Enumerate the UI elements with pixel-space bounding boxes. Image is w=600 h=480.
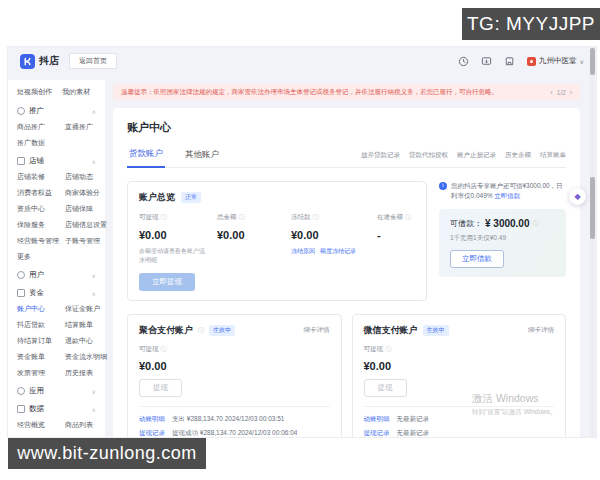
account-tabs: 货款账户 其他账户 放弃贷款记录 贷款代扣授权 账户止损记录 历史余额 结算账单 xyxy=(127,148,566,168)
sidebar-item[interactable]: 历史报表 xyxy=(65,368,107,378)
sidebar-item[interactable]: 保险服务 xyxy=(17,220,61,230)
card-detail-link[interactable]: 绑卡详情 xyxy=(304,326,330,335)
sidebar-item[interactable]: 店铺保障 xyxy=(65,204,107,214)
info-icon[interactable]: ⓘ xyxy=(161,345,167,354)
sidebar-item[interactable]: 退款中心 xyxy=(65,336,107,346)
freeze-reason-link[interactable]: 冻结原因 xyxy=(291,247,315,265)
sidebar-item[interactable]: 商品排行 xyxy=(65,436,96,437)
vertical-scrollbar-thumb-top[interactable] xyxy=(590,48,595,75)
info-icon[interactable]: ⓘ xyxy=(313,213,319,222)
info-icon[interactable]: ⓘ xyxy=(161,213,167,222)
card-detail-link[interactable]: 绑卡详情 xyxy=(528,326,554,335)
shop-name: 九州中医堂 xyxy=(539,56,577,66)
withdraw-record-link[interactable]: 提现记录 xyxy=(139,428,165,437)
sidebar-item[interactable]: 资金流水明细 xyxy=(65,352,107,362)
download-app-icon[interactable] xyxy=(481,56,492,67)
shop-icon[interactable] xyxy=(504,56,515,67)
info-icon[interactable]: ⓘ xyxy=(198,326,204,335)
borrow-now-button[interactable]: 立即借款 xyxy=(450,250,504,268)
withdraw-button[interactable]: 提现 xyxy=(364,379,407,397)
sidebar-item[interactable]: 结算账单 xyxy=(65,320,107,330)
tab-other-accounts[interactable]: 其他账户 xyxy=(183,149,221,167)
withdraw-button[interactable]: 提现 xyxy=(139,379,182,397)
sidebar-item[interactable]: 抖店贷款 xyxy=(17,320,61,330)
aggregate-payment-card: 聚合支付账户 ⓘ 生效中 绑卡详情 可提现ⓘ ¥0.00 提现 动账明细支出 ¥… xyxy=(127,314,342,437)
app-logo-text: 抖店 xyxy=(39,54,59,68)
sidebar-item[interactable]: 经营概览 xyxy=(17,420,61,430)
account-overview-card: 账户总览 正常 可提现ⓘ ¥0.00 总金额ⓘ ¥0.00 冻 xyxy=(127,181,427,301)
total-amount: ¥0.00 xyxy=(217,229,291,241)
info-icon[interactable]: ⓘ xyxy=(239,213,245,222)
sidebar-item[interactable]: 子账号管理 xyxy=(65,236,107,246)
notice-next-arrow[interactable]: › xyxy=(570,89,572,96)
sidebar-item[interactable]: 商品列表 xyxy=(65,420,96,430)
sidebar-item[interactable]: 商品概览 xyxy=(17,436,61,437)
sidebar-item[interactable]: 资质中心 xyxy=(17,204,61,214)
back-home-button[interactable]: 返回首页 xyxy=(69,53,117,69)
sidebar-item[interactable]: 经营账号管理 xyxy=(17,236,61,246)
tab-payment-account[interactable]: 货款账户 xyxy=(127,148,165,168)
chevron-up-icon: ∧ xyxy=(92,406,96,413)
sidebar-item[interactable]: 待结算订单 xyxy=(17,336,61,346)
sidebar-item-my-materials[interactable]: 我的素材 xyxy=(62,87,90,97)
app-logo[interactable]: 抖店 xyxy=(20,54,59,69)
sidebar-item-account-center[interactable]: 账户中心 xyxy=(17,304,61,314)
main-content: 温馨提示：依照国家法律法规的规定，商家需依法办理市场主体登记或税务登记，并依法履… xyxy=(105,75,596,437)
info-icon[interactable]: ⓘ xyxy=(385,345,391,354)
sidebar-item[interactable]: 店铺动态 xyxy=(65,172,107,182)
page-title: 账户中心 xyxy=(127,120,566,135)
transaction-detail-value: 无最新记录 xyxy=(397,414,430,424)
link-loan-record[interactable]: 放弃贷款记录 xyxy=(361,151,400,160)
chevron-up-icon: ∧ xyxy=(92,108,96,115)
stat-label: 总金额 xyxy=(217,213,237,222)
chevron-down-icon: ∨ xyxy=(92,272,96,279)
sidebar-item[interactable]: 发票管理 xyxy=(17,368,61,378)
loan-promo: i 您的抖店专享账户还可借¥3000.00，日利率仅0.049% 立即借款 xyxy=(439,181,566,202)
sidebar-section-apps[interactable]: 应用 ∨ xyxy=(17,386,96,396)
sidebar-item[interactable]: 店铺装修 xyxy=(17,172,61,182)
sidebar-item[interactable]: 保证金账户 xyxy=(65,304,107,314)
info-icon[interactable]: ⓘ xyxy=(533,219,539,228)
sidebar-item[interactable]: 资金账单 xyxy=(17,352,61,362)
info-icon: i xyxy=(439,182,447,190)
freeze-record-link[interactable]: 额度冻结记录 xyxy=(320,247,356,265)
store-icon xyxy=(17,157,25,165)
withdraw-button[interactable]: 立即提现 xyxy=(139,273,195,291)
sidebar-item[interactable]: 商品推广 xyxy=(17,122,61,132)
sidebar-section-funds[interactable]: 资金 ∧ xyxy=(17,288,96,298)
sidebar-section-store[interactable]: 店铺 ∧ xyxy=(17,156,96,166)
vertical-scrollbar-track[interactable] xyxy=(590,47,595,437)
vertical-scrollbar-thumb[interactable] xyxy=(590,177,595,239)
sidebar-item[interactable]: 消费者权益 xyxy=(17,188,61,198)
shop-brand-icon xyxy=(527,57,536,66)
link-history-balance[interactable]: 历史余额 xyxy=(505,151,531,160)
stat-label: 冻结款 xyxy=(291,213,311,222)
in-transit-amount: - xyxy=(377,229,427,241)
sidebar-section-data[interactable]: 数据 ∧ xyxy=(17,404,96,414)
sidebar-item[interactable]: 店铺信息设置 xyxy=(65,220,107,230)
help-clock-icon[interactable] xyxy=(458,56,469,67)
link-loan-authorization[interactable]: 贷款代扣授权 xyxy=(409,151,448,160)
transaction-detail-link[interactable]: 动账明细 xyxy=(364,414,390,424)
info-icon[interactable]: ⓘ xyxy=(405,213,411,222)
link-settlement-bill[interactable]: 结算账单 xyxy=(540,151,566,160)
sidebar-section-promotion[interactable]: 推广 ∧ xyxy=(17,106,96,116)
chevron-up-icon: ∧ xyxy=(92,158,96,165)
floating-assistant-icon[interactable]: ◆ xyxy=(569,188,586,205)
shop-account-switcher[interactable]: 九州中医堂 ∨ xyxy=(527,56,584,66)
account-title: 微信支付账户 xyxy=(364,324,418,337)
loan-promo-link[interactable]: 立即借款 xyxy=(494,192,520,199)
sidebar-section-users[interactable]: 用户 ∨ xyxy=(17,270,96,280)
sidebar-item-short-video[interactable]: 短视频创作 xyxy=(17,87,52,97)
sidebar-item[interactable]: 商家体验分 xyxy=(65,188,107,198)
loan-label: 可借款： xyxy=(450,218,482,229)
sidebar-item[interactable]: 直播推广 xyxy=(65,122,96,132)
withdraw-record-link[interactable]: 提现记录 xyxy=(364,428,390,437)
user-icon xyxy=(17,271,25,279)
sidebar-item[interactable]: 推广数据 xyxy=(17,138,61,148)
sidebar-item[interactable]: 更多 xyxy=(17,252,61,262)
chevron-down-icon: ∨ xyxy=(580,58,584,65)
link-account-stop-record[interactable]: 账户止损记录 xyxy=(457,151,496,160)
transaction-detail-link[interactable]: 动账明细 xyxy=(139,414,165,424)
notice-prev-arrow[interactable]: ‹ xyxy=(551,89,553,96)
